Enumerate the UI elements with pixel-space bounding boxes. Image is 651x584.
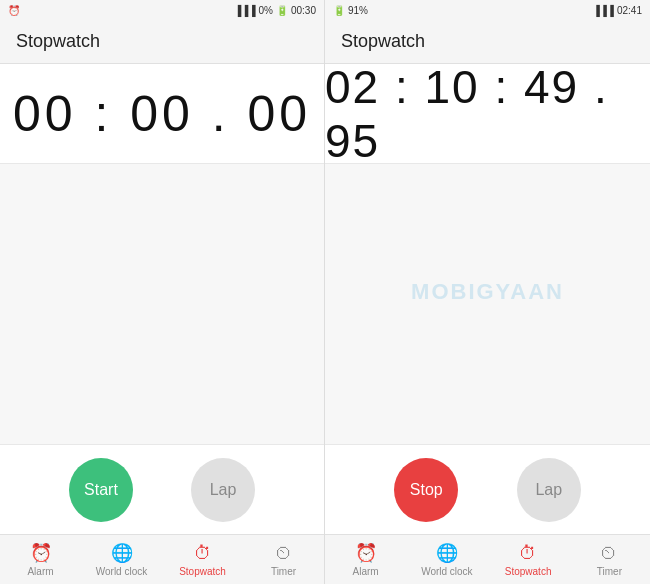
nav-alarm-right[interactable]: ⏰ Alarm — [325, 542, 406, 577]
timer-value-right: 02 : 10 : 49 . 95 — [325, 60, 650, 168]
lap-area-left — [0, 164, 324, 444]
time-right: 02:41 — [617, 5, 642, 16]
timer-icon-right: ⏲ — [600, 543, 618, 564]
worldclock-icon-right: 🌐 — [436, 542, 458, 564]
controls-left: Start Lap — [0, 444, 324, 534]
stopwatch-icon-left: ⏱ — [194, 543, 212, 564]
alarm-icon-left: ⏰ — [30, 542, 52, 564]
alarm-icon-right: ⏰ — [355, 542, 377, 564]
timer-display-left: 00 : 00 . 00 — [0, 64, 324, 164]
signal-right: ▐▐▐ — [593, 5, 614, 16]
stopwatch-icon-right: ⏱ — [519, 543, 537, 564]
battery-icon-left: 🔋 — [276, 5, 288, 16]
time-left: 00:30 — [291, 5, 316, 16]
alarm-label-left: Alarm — [27, 566, 53, 577]
timer-display-right: 02 : 10 : 49 . 95 — [325, 64, 650, 164]
nav-stopwatch-right[interactable]: ⏱ Stopwatch — [488, 543, 569, 577]
status-icon-left: ⏰ — [8, 5, 20, 16]
status-bar-left: ⏰ ▐▐▐ 0% 🔋 00:30 — [0, 0, 324, 20]
nav-worldclock-left[interactable]: 🌐 World clock — [81, 542, 162, 577]
app-title-left: Stopwatch — [16, 31, 100, 52]
lap-area-right — [325, 164, 650, 444]
right-panel: MOBIGYAAN 🔋 91% ▐▐▐ 02:41 Stopwatch 02 :… — [325, 0, 650, 584]
stopwatch-label-left: Stopwatch — [179, 566, 226, 577]
lap-button-right[interactable]: Lap — [517, 458, 581, 522]
alarm-label-right: Alarm — [353, 566, 379, 577]
title-bar-left: Stopwatch — [0, 20, 324, 64]
lap-button-left[interactable]: Lap — [191, 458, 255, 522]
start-button[interactable]: Start — [69, 458, 133, 522]
nav-alarm-left[interactable]: ⏰ Alarm — [0, 542, 81, 577]
battery-icon-right: 🔋 — [333, 5, 345, 16]
nav-timer-right[interactable]: ⏲ Timer — [569, 543, 650, 577]
timer-icon-left: ⏲ — [275, 543, 293, 564]
app-title-right: Stopwatch — [341, 31, 425, 52]
nav-stopwatch-left[interactable]: ⏱ Stopwatch — [162, 543, 243, 577]
timer-value-left: 00 : 00 . 00 — [13, 85, 311, 143]
worldclock-label-left: World clock — [96, 566, 148, 577]
left-panel: ⏰ ▐▐▐ 0% 🔋 00:30 Stopwatch 00 : 00 . 00 … — [0, 0, 325, 584]
worldclock-icon-left: 🌐 — [111, 542, 133, 564]
bottom-nav-left: ⏰ Alarm 🌐 World clock ⏱ Stopwatch ⏲ Time… — [0, 534, 324, 584]
stop-button[interactable]: Stop — [394, 458, 458, 522]
bottom-nav-right: ⏰ Alarm 🌐 World clock ⏱ Stopwatch ⏲ Time… — [325, 534, 650, 584]
nav-timer-left[interactable]: ⏲ Timer — [243, 543, 324, 577]
stopwatch-label-right: Stopwatch — [505, 566, 552, 577]
nav-worldclock-right[interactable]: 🌐 World clock — [406, 542, 487, 577]
controls-right: Stop Lap — [325, 444, 650, 534]
title-bar-right: Stopwatch — [325, 20, 650, 64]
timer-label-left: Timer — [271, 566, 296, 577]
battery-right: 91% — [348, 5, 368, 16]
signal-left: ▐▐▐ — [234, 5, 255, 16]
timer-label-right: Timer — [597, 566, 622, 577]
status-bar-right: 🔋 91% ▐▐▐ 02:41 — [325, 0, 650, 20]
worldclock-label-right: World clock — [421, 566, 473, 577]
network-left: 0% — [259, 5, 273, 16]
